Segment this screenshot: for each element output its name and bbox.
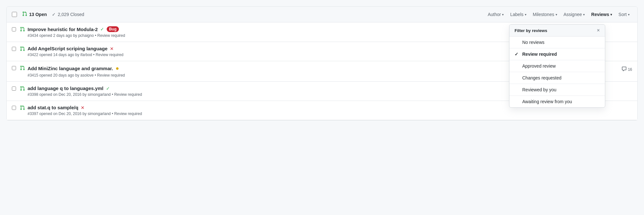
header-left: 13 Open ✓ 2,029 Closed xyxy=(12,11,480,18)
pr-5-checkbox[interactable] xyxy=(12,106,16,110)
dropdown-item-approved-review[interactable]: Approved review xyxy=(509,60,605,72)
milestones-chevron-icon: ▾ xyxy=(556,13,557,16)
reviewed-by-you-label: Reviewed by you xyxy=(522,87,557,92)
pr-4-title[interactable]: add language q to languages.yml xyxy=(28,86,103,91)
header-filters: Author ▾ Labels ▾ Milestones ▾ Assignee … xyxy=(485,11,632,18)
dropdown-item-awaiting-review[interactable]: Awaiting review from you xyxy=(509,96,605,107)
reviews-filter-label: Reviews xyxy=(591,12,609,17)
pr-3-opened: opened 20 days ago by asolove xyxy=(39,73,94,78)
pr-2-opened: opened 14 days ago by ifarbod xyxy=(39,53,92,57)
filter-author-button[interactable]: Author ▾ xyxy=(485,11,506,18)
header-bar: 13 Open ✓ 2,029 Closed Author ▾ Labels ▾… xyxy=(7,7,637,22)
pr-1-icon xyxy=(20,27,25,33)
assignee-chevron-icon: ▾ xyxy=(583,13,585,16)
filter-labels-button[interactable]: Labels ▾ xyxy=(508,11,529,18)
pr-2-checkbox[interactable] xyxy=(12,47,16,51)
pr-2-icon xyxy=(20,46,25,53)
open-count-label: 13 Open xyxy=(29,12,47,17)
pr-5-meta: #3397 opened on Dec 20, 2016 by simongar… xyxy=(28,112,632,116)
pr-1-badge: Bug xyxy=(107,26,119,32)
pr-1-meta-suffix: • Review required xyxy=(95,33,125,38)
closed-count: ✓ 2,029 Closed xyxy=(52,12,84,17)
select-all-checkbox[interactable] xyxy=(12,12,17,17)
filter-sort-button[interactable]: Sort ▾ xyxy=(616,11,632,18)
pr-5-status-icon: ✕ xyxy=(81,105,85,110)
sort-chevron-icon: ▾ xyxy=(628,13,630,16)
awaiting-review-label: Awaiting review from you xyxy=(522,99,572,104)
pr-5-title[interactable]: add stat.q to sample/q xyxy=(28,105,78,110)
pr-4-checkbox[interactable] xyxy=(12,87,16,91)
pr-4-opened: opened on Dec 20, 2016 by simongarland xyxy=(39,92,111,97)
no-reviews-label: No reviews xyxy=(522,40,544,45)
pr-4-number: #3398 xyxy=(28,92,38,97)
author-filter-label: Author xyxy=(488,12,501,17)
approved-review-label: Approved review xyxy=(522,63,556,69)
dropdown-title: Filter by reviews xyxy=(515,28,547,33)
pr-1-title[interactable]: Improve heuristic for Modula-2 xyxy=(28,27,98,32)
pr-4-status-icon: ✓ xyxy=(106,86,110,91)
pr-2-meta-suffix: • Review required xyxy=(93,53,123,57)
sort-filter-label: Sort xyxy=(618,12,627,17)
dropdown-close-button[interactable]: × xyxy=(597,28,600,33)
pr-3-icon xyxy=(20,65,25,72)
pr-1-opened: opened 2 days ago by pchaigno xyxy=(39,33,94,38)
closed-count-label: 2,029 Closed xyxy=(58,12,84,17)
pr-1-number: #3434 xyxy=(28,33,38,38)
pr-5-meta-suffix: • Review required xyxy=(112,112,142,116)
dropdown-item-review-required[interactable]: ✓ Review required xyxy=(509,48,605,60)
author-chevron-icon: ▾ xyxy=(502,13,504,16)
pull-requests-container: 13 Open ✓ 2,029 Closed Author ▾ Labels ▾… xyxy=(6,6,638,120)
pr-3-comments: 16 xyxy=(622,66,632,72)
pr-2-title[interactable]: Add AngelScript scriping language xyxy=(28,46,107,51)
pr-1-status-icon: ✓ xyxy=(100,27,104,32)
pr-5-opened: opened on Dec 20, 2016 by simongarland xyxy=(39,112,111,116)
milestones-filter-label: Milestones xyxy=(533,12,554,17)
pr-4-meta-suffix: • Review required xyxy=(112,92,142,97)
pr-3-number: #3415 xyxy=(28,73,38,78)
pr-5-number: #3397 xyxy=(28,112,38,116)
filter-reviews-button[interactable]: Reviews ▾ xyxy=(589,11,615,18)
git-pr-open-icon xyxy=(22,11,27,18)
review-required-checkmark-icon: ✓ xyxy=(515,52,520,57)
changes-requested-label: Changes requested xyxy=(522,75,561,80)
pr-3-right: 16 xyxy=(622,66,632,72)
comment-bubble-icon xyxy=(622,66,627,72)
pr-2-status-icon: ✕ xyxy=(110,46,114,51)
pr-3-checkbox[interactable] xyxy=(12,66,16,70)
reviews-dropdown: Filter by reviews × No reviews ✓ Review … xyxy=(509,24,605,108)
pr-3-comment-count: 16 xyxy=(628,67,632,72)
pr-4-icon xyxy=(20,86,25,93)
dropdown-item-changes-requested[interactable]: Changes requested xyxy=(509,72,605,84)
labels-filter-label: Labels xyxy=(510,12,523,17)
assignee-filter-label: Assignee xyxy=(564,12,582,17)
filter-milestones-button[interactable]: Milestones ▾ xyxy=(530,11,560,18)
labels-chevron-icon: ▾ xyxy=(525,13,526,16)
filter-assignee-button[interactable]: Assignee ▾ xyxy=(561,11,588,18)
dropdown-header: Filter by reviews × xyxy=(509,25,605,37)
dropdown-item-reviewed-by-you[interactable]: Reviewed by you xyxy=(509,84,605,96)
review-required-label: Review required xyxy=(522,52,557,57)
dropdown-item-no-reviews[interactable]: No reviews xyxy=(509,37,605,48)
pr-5-icon xyxy=(20,105,25,112)
pr-3-status-icon: ● xyxy=(116,65,119,72)
pr-1-checkbox[interactable] xyxy=(12,27,16,31)
pr-3-meta-suffix: • Review required xyxy=(95,73,125,78)
pr-2-number: #3422 xyxy=(28,53,38,57)
reviews-chevron-icon: ▾ xyxy=(610,13,612,16)
pr-3-title[interactable]: Add MiniZinc language and grammar. xyxy=(28,66,113,71)
open-count: 13 Open xyxy=(22,11,47,18)
check-closed-icon: ✓ xyxy=(52,12,56,17)
